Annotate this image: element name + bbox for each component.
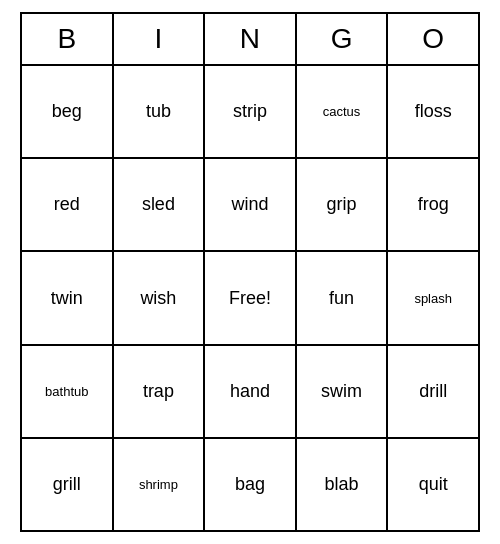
grid-row-1: redsledwindgripfrog — [22, 159, 478, 252]
grid-cell-2-2: Free! — [205, 252, 297, 343]
grid-cell-2-4: splash — [388, 252, 478, 343]
grid-cell-2-3: fun — [297, 252, 389, 343]
header-cell-i: I — [114, 14, 206, 64]
bingo-card: BINGO begtubstripcactusflossredsledwindg… — [20, 12, 480, 532]
grid-cell-3-4: drill — [388, 346, 478, 437]
grid-cell-1-1: sled — [114, 159, 206, 250]
grid-cell-4-3: blab — [297, 439, 389, 530]
grid-cell-3-0: bathtub — [22, 346, 114, 437]
grid-row-3: bathtubtraphandswimdrill — [22, 346, 478, 439]
grid-cell-3-2: hand — [205, 346, 297, 437]
grid-cell-3-1: trap — [114, 346, 206, 437]
grid-cell-4-4: quit — [388, 439, 478, 530]
grid-cell-2-1: wish — [114, 252, 206, 343]
grid-cell-1-2: wind — [205, 159, 297, 250]
header-cell-n: N — [205, 14, 297, 64]
grid-row-0: begtubstripcactusfloss — [22, 66, 478, 159]
grid-row-4: grillshrimpbagblabquit — [22, 439, 478, 530]
grid-cell-0-0: beg — [22, 66, 114, 157]
header-cell-g: G — [297, 14, 389, 64]
grid-cell-4-1: shrimp — [114, 439, 206, 530]
header-cell-o: O — [388, 14, 478, 64]
grid-cell-0-1: tub — [114, 66, 206, 157]
grid-cell-1-0: red — [22, 159, 114, 250]
header-cell-b: B — [22, 14, 114, 64]
grid-cell-4-2: bag — [205, 439, 297, 530]
grid-cell-0-4: floss — [388, 66, 478, 157]
grid-cell-0-2: strip — [205, 66, 297, 157]
bingo-header: BINGO — [22, 14, 478, 66]
grid-cell-2-0: twin — [22, 252, 114, 343]
grid-cell-0-3: cactus — [297, 66, 389, 157]
bingo-grid: begtubstripcactusflossredsledwindgripfro… — [22, 66, 478, 530]
grid-cell-1-3: grip — [297, 159, 389, 250]
grid-cell-3-3: swim — [297, 346, 389, 437]
grid-cell-1-4: frog — [388, 159, 478, 250]
grid-cell-4-0: grill — [22, 439, 114, 530]
grid-row-2: twinwishFree!funsplash — [22, 252, 478, 345]
